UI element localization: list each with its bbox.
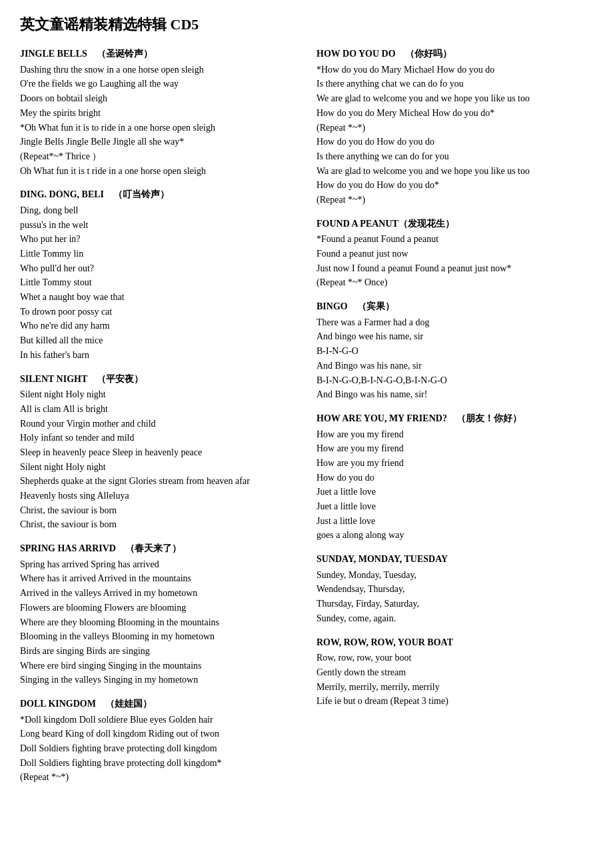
lyric-line: (Repeat *~*) xyxy=(316,193,593,207)
lyric-line: Found a peanut just now xyxy=(316,247,593,261)
lyric-line: Is there anything chat we can do fo you xyxy=(316,77,593,91)
lyric-line: (Repeat*~* Thrice ） xyxy=(20,149,297,164)
lyric-line: Arrived in the valleys Arrived in my hom… xyxy=(20,586,297,601)
lyric-line: And Bingo was his nane, sir xyxy=(316,359,593,373)
section-title-how-do-you-do: HOW DO YOU DO （你好吗） xyxy=(316,47,593,61)
lyric-line: There was a Farmer had a dog xyxy=(316,315,593,330)
lyric-line: *How do you do Mary Michael How do you d… xyxy=(316,63,593,77)
lyric-line: Just now I found a peanut Found a peanut… xyxy=(316,261,593,276)
section-sunday-monday-tuesday: SUNDAY, MONDAY, TUESDAYSundey, Monday, T… xyxy=(316,552,593,625)
lyric-line: Where has it arrived Arrived in the moun… xyxy=(20,571,297,586)
section-body-spring-has-arrived: Spring has arrived Spring has arrivedWhe… xyxy=(20,557,297,687)
lyric-line: And bingo wee his name, sir xyxy=(316,329,593,344)
lyric-line: Spring has arrived Spring has arrived xyxy=(20,557,297,572)
section-title-spring-has-arrived: SPRING HAS ARRIVD （春天来了） xyxy=(20,541,297,556)
right-column: HOW DO YOU DO （你好吗）*How do you do Mary M… xyxy=(310,47,593,794)
lyric-line: Jingle Bells Jingle Belle Jingle all she… xyxy=(20,135,297,149)
section-body-doll-kingdom: *Doll kingdom Doll soldiere Blue eyes Go… xyxy=(20,713,297,785)
lyric-line: Round your Virgin mother and child xyxy=(20,417,297,431)
section-body-ding-dong-bell: Ding, dong bellpussu's in the weltWho pu… xyxy=(20,203,297,363)
lyric-line: Flowers are blooming Flowers are bloomin… xyxy=(20,601,297,615)
section-body-silent-night: Silent night Holy nightAll is clam All i… xyxy=(20,387,297,532)
lyric-line: How are you my firend xyxy=(316,427,593,442)
lyric-line: In his father's barn xyxy=(20,348,297,363)
lyric-line: B-I-N-G-O,B-I-N-G-O,B-I-N-G-O xyxy=(316,373,593,388)
section-body-bingo: There was a Farmer had a dogAnd bingo we… xyxy=(316,315,593,402)
section-how-do-you-do: HOW DO YOU DO （你好吗）*How do you do Mary M… xyxy=(316,47,593,207)
lyric-line: goes a along along way xyxy=(316,528,593,543)
section-body-sunday-monday-tuesday: Sundey, Monday, Tuesday,Wendendsay, Thur… xyxy=(316,568,593,626)
lyric-line: Little Tommy stout xyxy=(20,275,297,290)
lyric-line: Wa are glad to welcome you and we hope y… xyxy=(316,164,593,179)
lyric-line: Who put her in? xyxy=(20,232,297,247)
section-doll-kingdom: DOLL KINGDOM （娃娃国）*Doll kingdom Doll sol… xyxy=(20,697,297,785)
section-jingle-bells: JINGLE BELLS （圣诞铃声）Dashing thru the snow… xyxy=(20,47,297,178)
lyric-line: Long beard King of doll kingdom Riding o… xyxy=(20,727,297,741)
section-title-how-are-you-my-friend: HOW ARE YOU, MY FRIEND? （朋友！你好） xyxy=(316,411,593,426)
page-title: 英文童谣精装精选特辑 CD5 xyxy=(20,13,593,36)
lyric-line: Juet a little love xyxy=(316,499,593,514)
lyric-line: (Repeat *~* Once) xyxy=(316,275,593,290)
lyric-line: Christ, the saviour is born xyxy=(20,503,297,518)
section-title-sunday-monday-tuesday: SUNDAY, MONDAY, TUESDAY xyxy=(316,552,593,567)
lyric-line: How do you do Mery Micheal How do you do… xyxy=(316,106,593,121)
left-column: JINGLE BELLS （圣诞铃声）Dashing thru the snow… xyxy=(20,47,310,794)
lyric-line: Where ere bird singing Singing in the mo… xyxy=(20,659,297,673)
lyric-line: *Found a peanut Found a peanut xyxy=(316,232,593,247)
lyric-line: O're the fields we go Laughing all the w… xyxy=(20,77,297,91)
lyric-line: *Oh What fun it is to ride in a one hors… xyxy=(20,121,297,135)
lyric-line: *Doll kingdom Doll soldiere Blue eyes Go… xyxy=(20,713,297,727)
lyric-line: Just a little love xyxy=(316,514,593,529)
lyric-line: Birds are singing Birds are singing xyxy=(20,644,297,659)
lyric-line: Dashing thru the snow in a one horse ope… xyxy=(20,63,297,77)
lyric-line: Oh What fun it is t ride in a one horse … xyxy=(20,164,297,179)
lyric-line: Life ie but o dream (Repeat 3 time) xyxy=(316,694,593,709)
section-title-silent-night: SILENT NIGHT （平安夜） xyxy=(20,372,297,387)
section-spring-has-arrived: SPRING HAS ARRIVD （春天来了）Spring has arriv… xyxy=(20,541,297,687)
lyric-line: (Repeat *~*) xyxy=(20,770,297,785)
lyric-line: How are you my friend xyxy=(316,456,593,471)
lyric-line: Christ, the saviour is born xyxy=(20,517,297,532)
lyric-line: Mey the spirits bright xyxy=(20,106,297,121)
lyric-line: pussu's in the welt xyxy=(20,218,297,233)
lyric-line: Ding, dong bell xyxy=(20,203,297,218)
section-title-ding-dong-bell: DING. DONG, BELI （叮当铃声） xyxy=(20,187,297,202)
lyric-line: Wendendsay, Thursday, xyxy=(316,582,593,597)
lyric-line: Shepherds quake at the signt Glories str… xyxy=(20,474,297,489)
lyric-line: Heavenly hosts sing Alleluya xyxy=(20,489,297,503)
lyric-line: Doors on bobtail sleigh xyxy=(20,91,297,106)
lyric-line: How do you do How do you do xyxy=(316,135,593,149)
lyric-line: Where are they blooming Blooming in the … xyxy=(20,615,297,630)
lyric-line: Juet a little love xyxy=(316,485,593,499)
lyric-line: Blooming in the valleys Blooming in my h… xyxy=(20,629,297,644)
section-silent-night: SILENT NIGHT （平安夜）Silent night Holy nigh… xyxy=(20,372,297,533)
lyric-line: Whet a naught boy wae that xyxy=(20,290,297,305)
lyric-line: Singing in the valleys Singing in my hom… xyxy=(20,673,297,687)
section-body-found-a-peanut: *Found a peanut Found a peanutFound a pe… xyxy=(316,232,593,290)
section-ding-dong-bell: DING. DONG, BELI （叮当铃声）Ding, dong bellpu… xyxy=(20,187,297,362)
lyric-line: Doll Soldiers fighting brave protecting … xyxy=(20,756,297,771)
lyric-line: B-I-N-G-O xyxy=(316,344,593,359)
lyric-line: Doll Soldiers fighting brave protecting … xyxy=(20,741,297,756)
lyric-line: Sundey, Monday, Tuesday, xyxy=(316,568,593,583)
lyric-line: And Bingo was his name, sir! xyxy=(316,387,593,402)
section-bingo: BINGO （宾果）There was a Farmer had a dogAn… xyxy=(316,299,593,402)
lyric-line: Thursday, Firday, Saturday, xyxy=(316,597,593,611)
lyric-line: How are you my firend xyxy=(316,441,593,456)
lyric-line: Who ne're did any harm xyxy=(20,319,297,333)
lyric-line: Is there anything we can do for you xyxy=(316,149,593,164)
section-body-jingle-bells: Dashing thru the snow in a one horse ope… xyxy=(20,63,297,179)
section-found-a-peanut: FOUND A PEANUT（发现花生）*Found a peanut Foun… xyxy=(316,217,593,290)
section-title-found-a-peanut: FOUND A PEANUT（发现花生） xyxy=(316,217,593,231)
lyric-line: Who pull'd her out? xyxy=(20,261,297,276)
lyric-line: Sundey, come, again. xyxy=(316,611,593,626)
lyric-line: How do you do How do you do* xyxy=(316,178,593,193)
section-title-row-row-row: ROW, ROW, ROW, YOUR BOAT xyxy=(316,635,593,650)
lyric-line: To drown poor possy cat xyxy=(20,305,297,319)
lyric-line: Silent night Holy night xyxy=(20,387,297,402)
lyric-line: How do you do xyxy=(316,471,593,485)
lyric-line: Gently down the stream xyxy=(316,665,593,680)
lyric-line: Little Tommy lin xyxy=(20,247,297,261)
lyric-line: Silent night Holy night xyxy=(20,460,297,475)
lyric-line: Merrily, merrily, merrily, merrily xyxy=(316,680,593,695)
